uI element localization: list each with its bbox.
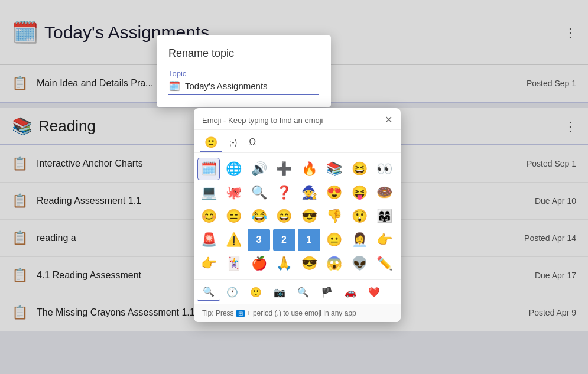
topic-input-container: 🗓️ [168,80,319,95]
emoji-cell[interactable]: 👩‍💼 [348,229,371,251]
emoji-cell[interactable]: 🗓️ [197,158,220,180]
emoji-cell[interactable]: 3 [248,229,270,251]
emoji-cell[interactable]: 😍 [323,181,346,204]
rename-dialog-title: Rename topic [168,47,319,60]
tip-text: Tip: Press [202,309,234,317]
emoji-cell[interactable]: 😑 [223,205,245,227]
rename-topic-dialog: Rename topic Topic 🗓️ [157,35,331,107]
emoji-cell[interactable]: 👎 [323,205,346,227]
emoji-cell[interactable]: 👉 [197,252,220,275]
emoji-picker: Emoji - Keep typing to find an emoji ✕ 🙂… [194,108,401,322]
page-background: 🗓️ Today's Assignments ⋮ 📋 Main Idea and… [0,0,588,374]
emoji-footer-tab-search[interactable]: 🔍 [197,282,220,301]
emoji-footer-tab-camera[interactable]: 📷 [268,282,291,301]
emoji-cell[interactable]: 😐 [323,229,346,251]
emoji-cell[interactable]: 🙏 [273,252,295,275]
emoji-cell[interactable]: ✏️ [373,252,396,275]
emoji-tip: Tip: Press ⊞ + period (.) to use emoji i… [194,304,401,322]
topic-input-field[interactable] [185,81,319,91]
emoji-header-text: Emoji - Keep typing to find an emoji [202,116,323,125]
emoji-footer-tab-recent[interactable]: 🕐 [221,282,243,301]
emoji-cell[interactable]: 👉 [373,229,396,251]
emoji-cell[interactable]: 👀 [373,158,396,180]
emoji-tab-smiley[interactable]: 🙂 [200,134,222,152]
emoji-cell[interactable]: ➕ [273,158,295,180]
emoji-cell[interactable]: 🔍 [248,181,270,204]
emoji-cell[interactable]: 💻 [197,181,220,204]
emoji-cell[interactable]: 😲 [348,205,371,227]
emoji-cell[interactable]: 😆 [348,158,371,180]
emoji-cell[interactable]: 😂 [248,205,270,227]
emoji-cell[interactable]: 😊 [197,205,220,227]
emoji-footer-tab-heart[interactable]: ❤️ [363,282,385,301]
emoji-cell[interactable]: 🐙 [223,181,245,204]
emoji-cell[interactable]: 😝 [348,181,371,204]
emoji-cell[interactable]: 🍎 [248,252,270,275]
emoji-cell[interactable]: 😄 [273,205,295,227]
emoji-cell[interactable]: 👽 [348,252,371,275]
emoji-cell[interactable]: 1 [298,229,320,251]
emoji-cell[interactable]: 🔥 [298,158,320,180]
emoji-cell[interactable]: ❓ [273,181,295,204]
emoji-cell[interactable]: 🧙 [298,181,320,204]
emoji-cell[interactable]: 😎 [298,205,320,227]
tip-rest-text: + period (.) to use emoji in any app [247,309,356,317]
emoji-grid: 🗓️ 🌐 🔊 ➕ 🔥 📚 😆 👀 💻 🐙 🔍 ❓ 🧙 😍 😝 🍩 😊 😑 😂 😄… [194,153,401,279]
emoji-cell[interactable]: 🚨 [197,229,220,251]
emoji-cell[interactable]: 🔊 [248,158,270,180]
emoji-footer-tab-smiley[interactable]: 🙂 [245,282,267,301]
emoji-cell[interactable]: 2 [273,229,295,251]
emoji-cell[interactable]: 👩‍👩‍👧 [373,205,396,227]
topic-input-icon: 🗓️ [168,80,180,92]
emoji-close-button[interactable]: ✕ [385,115,392,125]
topic-label: Topic [168,69,319,78]
windows-key-icon: ⊞ [236,310,245,317]
emoji-footer-tab-car[interactable]: 🚗 [339,282,362,301]
emoji-footer-tabs: 🔍 🕐 🙂 📷 🔍 🏴 🚗 ❤️ [194,279,401,304]
emoji-cell[interactable]: 😱 [323,252,346,275]
emoji-cell[interactable]: 🃏 [223,252,245,275]
emoji-footer-tab-flag[interactable]: 🏴 [316,282,338,301]
emoji-cell[interactable]: ⚠️ [223,229,245,251]
emoji-cell[interactable]: 📚 [323,158,346,180]
emoji-cell[interactable]: 🍩 [373,181,396,204]
emoji-picker-header: Emoji - Keep typing to find an emoji ✕ [194,108,401,130]
emoji-tab-symbols[interactable]: Ω [244,135,261,151]
emoji-footer-tab-magnify[interactable]: 🔍 [292,282,314,301]
emoji-tab-text[interactable]: ;-) [225,135,242,151]
emoji-cell[interactable]: 🌐 [223,158,245,180]
emoji-tabs: 🙂 ;-) Ω [194,130,401,153]
emoji-cell[interactable]: 😎 [298,252,320,275]
